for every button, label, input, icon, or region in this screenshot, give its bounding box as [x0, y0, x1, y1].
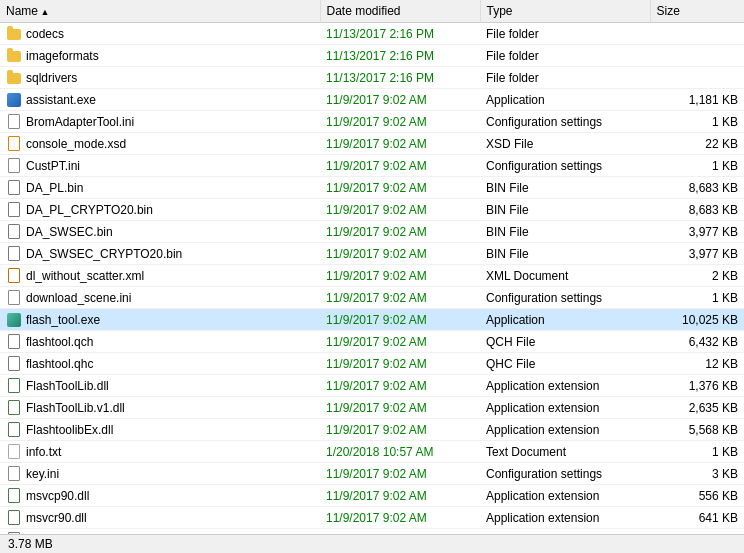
- file-date: 11/9/2017 9:02 AM: [320, 419, 480, 441]
- file-icon: [6, 378, 22, 394]
- file-size: 3,977 KB: [650, 243, 744, 265]
- file-size: 1 KB: [650, 441, 744, 463]
- col-name[interactable]: Name: [0, 0, 320, 23]
- table-row[interactable]: FlashtoolibEx.dll 11/9/2017 9:02 AM Appl…: [0, 419, 744, 441]
- file-type: Application extension: [480, 375, 650, 397]
- file-name: flash_tool.exe: [0, 309, 320, 331]
- file-name-text: key.ini: [26, 467, 59, 481]
- file-name-text: sqldrivers: [26, 71, 77, 85]
- table-row[interactable]: DA_PL_CRYPTO20.bin 11/9/2017 9:02 AM BIN…: [0, 199, 744, 221]
- table-row[interactable]: key.ini 11/9/2017 9:02 AM Configuration …: [0, 463, 744, 485]
- file-size: 22 KB: [650, 133, 744, 155]
- file-date: 11/13/2017 2:16 PM: [320, 45, 480, 67]
- file-date: 11/9/2017 9:02 AM: [320, 243, 480, 265]
- table-row[interactable]: info.txt 1/20/2018 10:57 AM Text Documen…: [0, 441, 744, 463]
- table-row[interactable]: BromAdapterTool.ini 11/9/2017 9:02 AM Co…: [0, 111, 744, 133]
- file-name: sqldrivers: [0, 67, 320, 89]
- file-date: 11/9/2017 9:02 AM: [320, 309, 480, 331]
- file-name-text: download_scene.ini: [26, 291, 131, 305]
- table-row[interactable]: msvcp90.dll 11/9/2017 9:02 AM Applicatio…: [0, 485, 744, 507]
- file-name: info.txt: [0, 441, 320, 463]
- file-type: XML Document: [480, 265, 650, 287]
- table-row[interactable]: DA_SWSEC.bin 11/9/2017 9:02 AM BIN File …: [0, 221, 744, 243]
- file-size: 5,568 KB: [650, 419, 744, 441]
- file-name: FlashToolLib.dll: [0, 375, 320, 397]
- col-type[interactable]: Type: [480, 0, 650, 23]
- file-type: Text Document: [480, 441, 650, 463]
- file-name: imageformats: [0, 45, 320, 67]
- table-row[interactable]: flashtool.qch 11/9/2017 9:02 AM QCH File…: [0, 331, 744, 353]
- file-type: Application extension: [480, 507, 650, 529]
- file-type: BIN File: [480, 221, 650, 243]
- file-name: console_mode.xsd: [0, 133, 320, 155]
- col-size[interactable]: Size: [650, 0, 744, 23]
- file-size: 12 KB: [650, 353, 744, 375]
- file-date: 11/9/2017 9:02 AM: [320, 133, 480, 155]
- file-name-text: BromAdapterTool.ini: [26, 115, 134, 129]
- file-size: 556 KB: [650, 485, 744, 507]
- file-icon: [6, 26, 22, 42]
- file-icon: [6, 202, 22, 218]
- file-icon: [6, 180, 22, 196]
- file-name-text: assistant.exe: [26, 93, 96, 107]
- table-row[interactable]: FlashToolLib.dll 11/9/2017 9:02 AM Appli…: [0, 375, 744, 397]
- file-size: 3 KB: [650, 463, 744, 485]
- file-icon: [6, 356, 22, 372]
- file-size: [650, 45, 744, 67]
- file-size: 1 KB: [650, 111, 744, 133]
- table-row[interactable]: DA_PL.bin 11/9/2017 9:02 AM BIN File 8,6…: [0, 177, 744, 199]
- table-row[interactable]: flash_tool.exe 11/9/2017 9:02 AM Applica…: [0, 309, 744, 331]
- file-name-text: msvcp90.dll: [26, 489, 89, 503]
- file-type: Configuration settings: [480, 287, 650, 309]
- file-icon: [6, 488, 22, 504]
- file-icon: [6, 444, 22, 460]
- file-size: 1,376 KB: [650, 375, 744, 397]
- table-row[interactable]: msvcr90.dll 11/9/2017 9:02 AM Applicatio…: [0, 507, 744, 529]
- file-name-text: FlashToolLib.dll: [26, 379, 109, 393]
- file-icon: [6, 92, 22, 108]
- file-date: 11/9/2017 9:02 AM: [320, 89, 480, 111]
- file-type: File folder: [480, 23, 650, 45]
- file-type: File folder: [480, 67, 650, 89]
- file-size: [650, 23, 744, 45]
- file-name: download_scene.ini: [0, 287, 320, 309]
- file-type: Configuration settings: [480, 155, 650, 177]
- file-name: codecs: [0, 23, 320, 45]
- file-list[interactable]: Name Date modified Type Size codecs 11/1…: [0, 0, 744, 553]
- file-name-text: dl_without_scatter.xml: [26, 269, 144, 283]
- table-row[interactable]: console_mode.xsd 11/9/2017 9:02 AM XSD F…: [0, 133, 744, 155]
- table-row[interactable]: flashtool.qhc 11/9/2017 9:02 AM QHC File…: [0, 353, 744, 375]
- file-size: 1 KB: [650, 287, 744, 309]
- file-name-text: codecs: [26, 27, 64, 41]
- table-row[interactable]: sqldrivers 11/13/2017 2:16 PM File folde…: [0, 67, 744, 89]
- file-type: Application extension: [480, 419, 650, 441]
- file-icon: [6, 158, 22, 174]
- col-date[interactable]: Date modified: [320, 0, 480, 23]
- table-row[interactable]: download_scene.ini 11/9/2017 9:02 AM Con…: [0, 287, 744, 309]
- file-icon: [6, 466, 22, 482]
- file-date: 11/9/2017 9:02 AM: [320, 485, 480, 507]
- file-date: 11/13/2017 2:16 PM: [320, 67, 480, 89]
- table-row[interactable]: assistant.exe 11/9/2017 9:02 AM Applicat…: [0, 89, 744, 111]
- file-name: FlashToolLib.v1.dll: [0, 397, 320, 419]
- file-date: 11/9/2017 9:02 AM: [320, 353, 480, 375]
- file-name: flashtool.qhc: [0, 353, 320, 375]
- file-name: DA_PL_CRYPTO20.bin: [0, 199, 320, 221]
- table-row[interactable]: imageformats 11/13/2017 2:16 PM File fol…: [0, 45, 744, 67]
- file-size: 8,683 KB: [650, 177, 744, 199]
- file-date: 11/9/2017 9:02 AM: [320, 331, 480, 353]
- file-icon: [6, 246, 22, 262]
- table-row[interactable]: FlashToolLib.v1.dll 11/9/2017 9:02 AM Ap…: [0, 397, 744, 419]
- status-bar: 3.78 MB: [0, 534, 744, 553]
- table-row[interactable]: codecs 11/13/2017 2:16 PM File folder: [0, 23, 744, 45]
- file-type: XSD File: [480, 133, 650, 155]
- file-name: DA_SWSEC_CRYPTO20.bin: [0, 243, 320, 265]
- table-row[interactable]: CustPT.ini 11/9/2017 9:02 AM Configurati…: [0, 155, 744, 177]
- table-row[interactable]: dl_without_scatter.xml 11/9/2017 9:02 AM…: [0, 265, 744, 287]
- table-row[interactable]: DA_SWSEC_CRYPTO20.bin 11/9/2017 9:02 AM …: [0, 243, 744, 265]
- file-size: 641 KB: [650, 507, 744, 529]
- file-name-text: imageformats: [26, 49, 99, 63]
- file-date: 11/9/2017 9:02 AM: [320, 199, 480, 221]
- file-type: QHC File: [480, 353, 650, 375]
- file-name-text: console_mode.xsd: [26, 137, 126, 151]
